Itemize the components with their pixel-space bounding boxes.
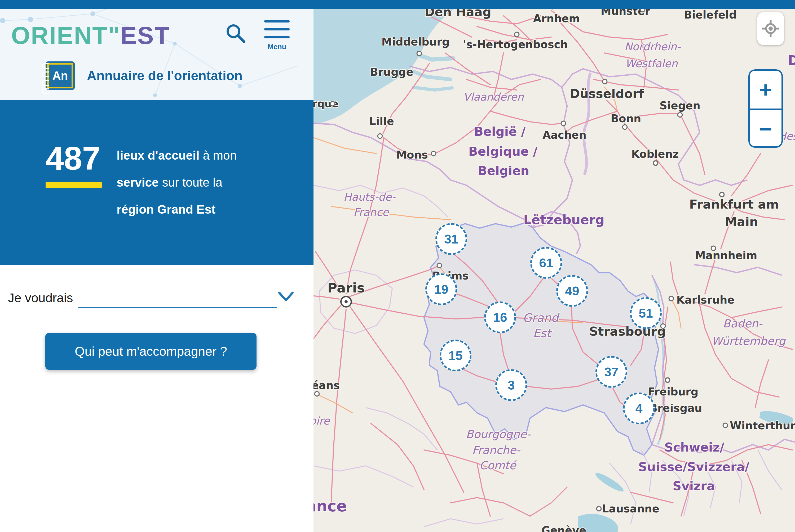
menu-label: Menu (264, 43, 290, 51)
map-label: Svizra (672, 479, 715, 493)
cluster-marker-51[interactable]: 51 (630, 297, 662, 329)
cluster-marker-3[interactable]: 3 (495, 369, 527, 401)
map-label: Genève (542, 524, 586, 532)
map-label: D (788, 53, 795, 68)
map-label: Bielefeld (684, 9, 737, 21)
map-label: Main (725, 215, 758, 229)
count-banner: 487 lieux d'accueil à monservice sur tou… (0, 100, 313, 265)
city-dot (330, 101, 336, 107)
cluster-marker-15[interactable]: 15 (440, 340, 471, 371)
map-label: 's-Hertogenbosch (463, 38, 568, 51)
map-label: Mons (396, 149, 428, 161)
crosshair-target-icon (762, 20, 779, 37)
search-icon (224, 22, 248, 45)
cluster-marker-19[interactable]: 19 (425, 273, 457, 305)
map-label: ance (313, 497, 347, 515)
map-label: Schweiz/ (664, 440, 724, 454)
locate-button[interactable] (757, 12, 784, 45)
map-label: Mannheim (695, 249, 757, 262)
map-label: Frankfurt am (689, 197, 779, 211)
cluster-marker-37[interactable]: 37 (595, 356, 627, 388)
map-label: Siegen (660, 99, 700, 112)
city-dot (653, 160, 658, 166)
banner-text: lieux d'accueil à monservice sur toute l… (116, 142, 276, 223)
city-dot (417, 51, 422, 56)
map-label: Winterthur (730, 419, 795, 432)
map-label: België / (474, 125, 526, 139)
cluster-marker-49[interactable]: 49 (556, 275, 588, 307)
city-dot (665, 377, 670, 383)
map-label: Belgien (478, 164, 529, 178)
annuaire-icon-text: An (53, 69, 68, 82)
map-label: oire (313, 415, 330, 427)
map-label: Düsseldorf (570, 87, 644, 101)
city-dot (437, 263, 442, 268)
map-label: France (353, 206, 389, 218)
count-underline-accent (46, 182, 102, 188)
map-label: Est (533, 326, 551, 340)
city-dot (622, 125, 628, 130)
city-dot (719, 192, 725, 197)
city-dot (314, 391, 320, 397)
map-label: Vlaanderen (463, 91, 524, 103)
menu-button[interactable]: Menu (264, 20, 290, 51)
zoom-in-button[interactable]: + (750, 71, 781, 109)
cluster-marker-4[interactable]: 4 (623, 393, 655, 424)
annuaire-header[interactable]: An Annuaire de l'orientation (46, 61, 242, 90)
map-label: Brugge (370, 66, 413, 78)
map-canvas[interactable]: Den HaagArnhemMünsterBielefeldMiddelburg… (313, 0, 795, 532)
logo-part-2: EST (120, 22, 170, 49)
map-label: Breisgau (650, 402, 702, 414)
city-dot (711, 246, 716, 251)
city-dot (602, 79, 608, 84)
map-label: Belgique / (469, 144, 538, 158)
map-label: Freiburg (648, 386, 699, 398)
map-label: léans (313, 379, 340, 392)
zoom-out-button[interactable]: − (750, 110, 781, 148)
orientest-logo[interactable]: ORIENT"EST (11, 23, 170, 48)
cluster-marker-31[interactable]: 31 (435, 223, 467, 255)
top-blue-bar (0, 0, 795, 9)
city-dot (377, 133, 383, 139)
city-dot (514, 32, 520, 37)
map-label: Comté (480, 459, 516, 472)
search-button[interactable] (224, 22, 248, 45)
map-label: Karlsruhe (676, 294, 734, 306)
count-value: 487 (46, 142, 101, 175)
map-label: Lausanne (602, 502, 659, 515)
accompagner-button[interactable]: Qui peut m'accompagner ? (45, 333, 256, 370)
map-label: Aachen (542, 129, 586, 141)
cluster-marker-16[interactable]: 16 (484, 302, 516, 333)
map-label: Koblenz (631, 148, 679, 160)
zoom-control: + − (748, 69, 783, 148)
logo-part-1: ORIENT" (11, 22, 120, 49)
city-dot (596, 506, 602, 512)
map-label: Lëtzebuerg (523, 212, 604, 227)
map-label: Middelburg (381, 36, 449, 48)
je-voudrais-label: Je voudrais (8, 291, 73, 305)
map-label: Paris (327, 280, 365, 296)
city-dot (431, 151, 436, 156)
app-root: Den HaagArnhemMünsterBielefeldMiddelburg… (0, 0, 795, 532)
banner-text-line: service sur toute la (116, 169, 276, 196)
annuaire-title: Annuaire de l'orientation (87, 68, 242, 83)
chevron-down-icon[interactable] (278, 291, 294, 304)
je-voudrais-select[interactable] (78, 307, 277, 308)
map-label: Lille (369, 115, 394, 127)
map-label: Bourgogne- (466, 428, 530, 441)
map-label: Arnhem (533, 13, 580, 25)
map-label: Württemberg (711, 335, 785, 347)
annuaire-notebook-icon: An (46, 61, 75, 90)
sidebar-panel: ORIENT"EST Menu An (0, 0, 313, 532)
map-label: Bonn (611, 113, 641, 125)
city-dot (561, 121, 566, 126)
notebook-coil-icon (42, 63, 49, 94)
cluster-marker-61[interactable]: 61 (530, 247, 562, 279)
panel-header: ORIENT"EST Menu An (0, 0, 313, 100)
paris-city-icon (340, 296, 352, 307)
map-label: Nordrhein- (624, 40, 681, 53)
map-label: Suisse/Svizzera/ (638, 460, 749, 474)
city-dot (723, 423, 728, 428)
map-label: Hauts-de- (343, 191, 395, 203)
map-label: Westfalen (625, 57, 677, 70)
